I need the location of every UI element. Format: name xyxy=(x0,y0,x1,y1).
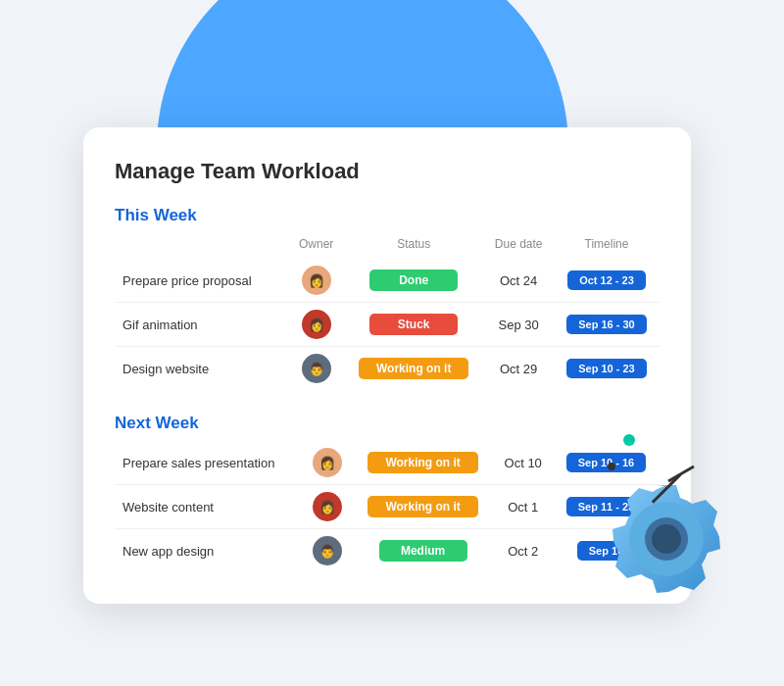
owner-avatar: 👩 xyxy=(302,310,331,339)
status-cell: Done xyxy=(344,259,483,303)
owner-cell: 👨 xyxy=(302,529,352,573)
section-table-0: OwnerStatusDue dateTimelinePrepare price… xyxy=(115,233,660,390)
status-cell: Stuck xyxy=(344,303,483,347)
status-cell: Working on it xyxy=(353,441,494,485)
timeline-cell: Oct 12 - 23 xyxy=(554,259,660,303)
col-header-timeline: Timeline xyxy=(554,233,660,259)
status-badge: Working on it xyxy=(359,358,468,379)
status-badge: Working on it xyxy=(368,452,477,473)
owner-avatar: 👨 xyxy=(313,536,342,565)
timeline-badge: Sep 16 - 30 xyxy=(566,315,646,334)
owner-cell: 👩 xyxy=(288,259,344,303)
due-date-cell: Oct 24 xyxy=(483,259,554,303)
card-title: Manage Team Workload xyxy=(115,159,660,184)
timeline-badge: Oct 12 - 23 xyxy=(567,270,646,290)
table-row: Prepare price proposal👩DoneOct 24Oct 12 … xyxy=(115,259,660,303)
task-name-cell: Website content xyxy=(115,485,302,529)
status-cell: Working on it xyxy=(344,347,483,391)
section-label-0: This Week xyxy=(115,206,660,225)
owner-avatar: 👨 xyxy=(302,354,331,383)
owner-cell: 👩 xyxy=(288,303,344,347)
owner-cell: 👨 xyxy=(288,347,344,391)
timeline-badge: Sep 10 - 23 xyxy=(566,359,646,378)
table-row: Gif animation👩StuckSep 30Sep 16 - 30 xyxy=(115,303,660,347)
due-date-cell: Sep 30 xyxy=(483,303,554,347)
due-date-cell: Oct 10 xyxy=(493,441,553,485)
owner-avatar: 👩 xyxy=(313,448,342,477)
task-name-cell: Design website xyxy=(115,347,288,391)
owner-cell: 👩 xyxy=(302,441,352,485)
col-header-owner: Owner xyxy=(288,233,344,259)
task-name-cell: New app design xyxy=(115,529,302,573)
col-header- xyxy=(115,233,288,259)
due-date-cell: Oct 1 xyxy=(493,485,553,529)
status-cell: Working on it xyxy=(353,485,494,529)
timeline-cell: Sep 16 - 30 xyxy=(554,303,660,347)
status-badge: Stuck xyxy=(369,314,458,335)
dark-dot-decoration xyxy=(608,463,615,470)
owner-avatar: 👩 xyxy=(302,266,331,295)
owner-avatar: 👩 xyxy=(313,492,342,521)
section-label-1: Next Week xyxy=(115,414,660,433)
due-date-cell: Oct 2 xyxy=(493,529,553,573)
table-row: Design website👨Working on itOct 29Sep 10… xyxy=(115,347,660,391)
task-name-cell: Prepare sales presentation xyxy=(115,441,302,485)
status-badge: Working on it xyxy=(368,496,477,517)
task-name-cell: Prepare price proposal xyxy=(115,259,288,303)
status-badge: Medium xyxy=(379,540,467,562)
col-header-status: Status xyxy=(344,233,483,259)
timeline-cell: Sep 10 - 23 xyxy=(554,347,660,391)
due-date-cell: Oct 29 xyxy=(483,347,554,391)
task-name-cell: Gif animation xyxy=(115,303,288,347)
status-cell: Medium xyxy=(353,529,494,573)
teal-dot-decoration xyxy=(623,434,635,446)
owner-cell: 👩 xyxy=(302,485,352,529)
col-header-due-date: Due date xyxy=(483,233,554,259)
gear-icon xyxy=(578,451,755,627)
svg-point-2 xyxy=(652,524,681,554)
status-badge: Done xyxy=(369,270,458,291)
